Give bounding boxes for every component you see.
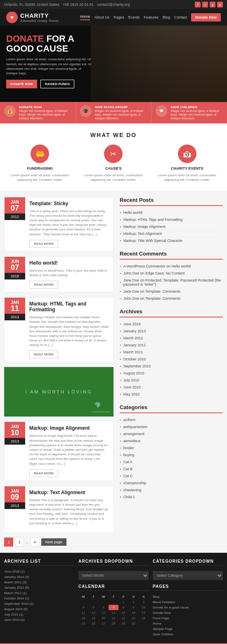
causes-bar: 💰 DONATE NOW Integer nec eiusmod ligula,… [0,102,227,123]
cause-scholarship-text: GIVE SCHOLARSHIP Integer nec eiusmod lig… [95,105,147,120]
footer-archives-list-items: June 2018 (1) January 2013 (5) March 201… [4,569,74,623]
hero-raised-button[interactable]: RAISED FUNDS [40,80,74,88]
list-item: May 2010 [120,391,223,398]
cal-header-s2: S [139,594,149,599]
footer-archives-list: ARCHIVES LIST June 2018 (1) January 2013… [4,559,74,637]
nav-about[interactable]: About Us [94,15,109,19]
calendar-title: CALENDAR [78,584,149,591]
footer-archives-dropdown-title: ARCHIVES DROPDOWN [78,559,149,566]
read-more-4[interactable]: READ MORE [29,469,58,477]
service-events-desc: Lorem ipsum dolor sit amet, consectetur … [154,173,221,182]
email: contact@charity.org [97,2,130,7]
page-2-button[interactable]: 2 [15,537,24,547]
blog-post-sticky: Jan 07 2012 Template: Sticky This is a s… [4,197,114,251]
list-item: Jane Doe on Protected: Template: Passwor… [120,277,223,288]
post-body-2: Hello world! Welcome to WordPress. This … [25,257,113,292]
hero-section: DONATE FOR AGOOD CAUSE Lorem ipsum dolor… [0,26,227,102]
archives-dropdown-select[interactable]: Select Month [78,571,149,580]
post-date-5: Jan 09 2013 [5,486,25,509]
posts-column: Jan 07 2012 Template: Sticky This is a s… [4,197,114,547]
cal-header-f: F [118,594,128,599]
post-excerpt-2: Welcome to WordPress. This is your first… [29,268,109,277]
post-date-1: Jan 07 2012 [5,197,25,220]
read-more-1[interactable]: READ MORE [29,240,58,248]
post-body-3: Markup: HTML Tags and Formatting Heading… [25,298,113,362]
recent-comments-widget: Recent Comments A WordPress Commenter on… [120,251,223,302]
top-bar-info: Orlando, FL 32830, United States +99 281… [4,2,130,7]
children-icon: ❤ [156,105,167,117]
list-item: August 2010 [120,370,223,377]
service-events-title: CHARITY EVENTS [154,166,221,170]
nav-pages[interactable]: Pages [114,15,124,19]
post-title-5: Markup: Text Alignment [29,490,109,495]
main-nav: Home About Us Pages Events Features Blog… [80,13,221,21]
calendar-widget: CALENDAR M T W T F S S 1 [78,584,149,626]
table-row: 18192021 222324 [78,616,149,621]
hero-title: DONATE FOR AGOOD CAUSE [6,34,93,54]
list-item: Donate for a good cause [153,605,223,610]
pagination-dots: ... [26,540,29,544]
table-row: 11121314 151617 [78,610,149,616]
blog-post-hello: Jun 07 2018 Hello world! Welcome to Word… [4,256,114,292]
read-more-2[interactable]: READ MORE [29,281,58,289]
list-item: Save Children [153,632,223,637]
location: Orlando, FL 32830, United States [4,2,59,7]
hero-content: DONATE FOR AGOOD CAUSE Lorem ipsum dolor… [0,26,99,97]
hero-donate-button[interactable]: DONATE NOW [6,80,37,88]
twitter-icon[interactable]: t [202,2,208,7]
next-page-button[interactable]: Next page [41,538,66,546]
list-item: Markup: Title With Special Characte [120,237,223,244]
causes-icon: ✂ [104,144,123,163]
calendar-table: M T W T F S S 123 456 [78,594,149,626]
post-title-3: Markup: HTML Tags and Formatting [29,301,109,313]
list-item: January 2012 [120,342,223,349]
table-row: 25262728 2930 [78,621,149,626]
recent-posts-title: Recent Posts [120,197,223,206]
cause-children-text: SAVE CHILDREN Integer nec eiusmod ligula… [170,105,223,120]
list-item: antiquarianism [120,424,223,431]
header: ♥ CHARITY A Beautiful Charity Theme Home… [0,9,227,26]
nav-events[interactable]: Events [128,15,140,19]
list-item: broder [120,445,223,452]
list-item: October 2010 [120,356,223,363]
list-item: March 2012 (5) [4,580,74,585]
sidebar: Recent Posts Hello world! Markup: HTML T… [114,197,223,547]
what-we-do-section: WHAT WE DO 🤲 FUNDRAISING Lorem ipsum dol… [0,123,227,190]
list-item: John Doe on Template: Comments [120,295,223,302]
list-item: Cat B [120,466,223,473]
page-1-button[interactable]: 1 [4,537,13,547]
nav-blog[interactable]: Blog [163,15,170,19]
page-4-button[interactable]: 4 [31,537,40,547]
post-excerpt-3: Headings Header one Header two Header th… [29,315,109,347]
recent-comments-list: A WordPress Commenter on Hello world! Jo… [120,263,223,302]
facebook-icon[interactable]: f [195,2,201,7]
read-more-3[interactable]: READ MORE [29,350,58,358]
nav-features[interactable]: Features [144,15,158,19]
pinterest-icon[interactable]: p [217,2,223,7]
service-fundraising-desc: Lorem ipsum dolor sit amet, consectetur … [6,173,73,182]
list-item: A WordPress Commenter on Hello world! [120,263,223,270]
blog-post-text-align: Jan 09 2013 Markup: Text Alignment Defau… [4,486,114,533]
post-excerpt-4: Welcome to image alignment! The best way… [29,433,109,466]
diamond-icon: 💎 [94,402,101,408]
list-item: June 2010 (3) [4,617,74,623]
nav-contact[interactable]: Contact [174,15,187,19]
donate-now-button[interactable]: Donate Now [191,13,221,21]
blog-post-html: Jan 11 2013 Markup: HTML Tags and Format… [4,297,114,362]
footer-categories-title: CATEGORIES DROPDOWN [153,559,223,566]
cal-header-t: T [88,594,98,599]
list-item: September 2010 (2) [4,601,74,606]
heart-icon: ♥ [10,14,14,21]
hero-buttons: DONATE NOW RAISED FUNDS [6,80,93,88]
service-fundraising-title: FUNDRAISING [6,166,73,170]
categories-dropdown-select[interactable]: Select Category [153,571,223,580]
youtube-icon[interactable]: y [210,2,215,7]
post-date-2: Jun 07 2018 [5,257,25,279]
cal-header-s: S [128,594,138,599]
list-item: October 2010 (1) [4,596,74,601]
nav-home[interactable]: Home [80,14,90,20]
table-row: 123 [78,599,149,605]
cal-header-t2: T [109,594,118,599]
post-date-4: Jan 10 2013 [5,422,25,445]
events-icon: 📅 [178,144,196,163]
